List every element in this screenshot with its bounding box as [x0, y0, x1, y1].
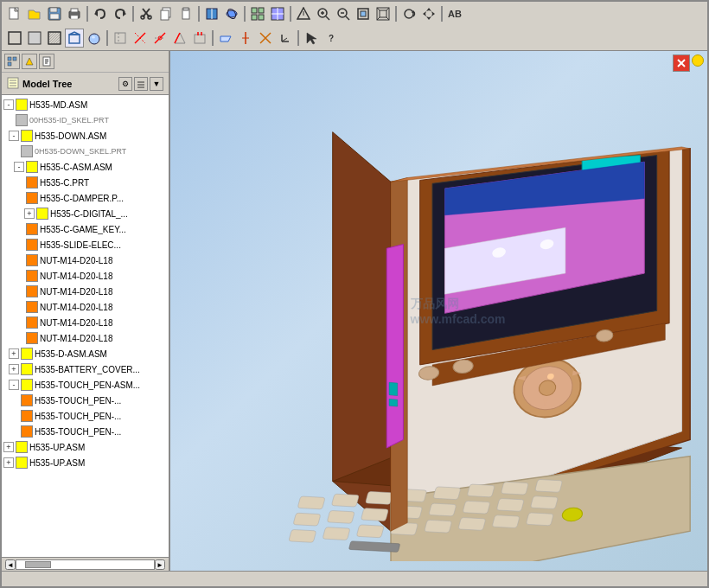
feature-btn-2[interactable]	[222, 4, 241, 23]
pin-btn[interactable]	[692, 54, 704, 67]
tree-item[interactable]: 00H535-ID_SKEL.PRT	[2, 112, 169, 128]
scroll-thumb[interactable]	[25, 561, 51, 568]
tree-label: 0H535-DOWN_SKEL.PRT	[35, 147, 126, 156]
print-button[interactable]	[65, 4, 84, 23]
tree-toggle[interactable]: -	[9, 380, 19, 390]
paste-button[interactable]	[176, 4, 195, 23]
tree-toggle[interactable]: +	[24, 208, 35, 219]
help2-btn[interactable]: ?	[322, 29, 341, 48]
tree-toggle[interactable]: +	[9, 364, 19, 374]
tree-item[interactable]: 0H535-DOWN_SKEL.PRT	[2, 144, 169, 159]
tree-item[interactable]: NUT-M14-D20-L18	[2, 284, 169, 299]
tree-label: H535-UP.ASM	[29, 458, 85, 468]
svg-rect-22	[259, 8, 264, 13]
tree-item[interactable]: + H535-UP.ASM	[2, 439, 169, 455]
orient-btn[interactable]	[294, 4, 313, 23]
undo-button[interactable]	[91, 4, 110, 23]
select-btn[interactable]	[302, 29, 321, 48]
tree-item[interactable]: H535-SLIDE-ELEC...	[2, 237, 169, 252]
tree-item[interactable]: H535-C.PRT	[2, 175, 169, 190]
tree-item[interactable]: - H535-TOUCH_PEN-ASM...	[2, 377, 169, 393]
tree-toggle[interactable]: +	[3, 457, 14, 468]
close-viewport-btn[interactable]	[673, 54, 690, 72]
spin-btn[interactable]	[399, 4, 418, 23]
shading3-btn[interactable]	[85, 29, 104, 48]
tree-toggle[interactable]: -	[9, 131, 19, 141]
app-window: AB	[0, 0, 709, 588]
sketch-tool-2[interactable]	[131, 29, 150, 48]
tree-toggle[interactable]: +	[9, 348, 19, 359]
toolbar-area: AB	[2, 2, 707, 51]
panel-settings-btn[interactable]: ⚙	[118, 77, 132, 91]
shading-btn[interactable]	[25, 29, 44, 48]
tree-item[interactable]: + H535-C-DIGITAL_...	[2, 206, 169, 221]
tree-label: NUT-M14-D20-L18	[40, 287, 112, 297]
svg-rect-23	[252, 15, 257, 20]
panel-menu-btn[interactable]: ▼	[150, 77, 163, 91]
sketch-tool-3[interactable]	[150, 29, 169, 48]
tree-item[interactable]: - H535-MD.ASM	[2, 97, 169, 112]
tree-toggle[interactable]: -	[14, 162, 24, 172]
tree-toggle[interactable]: -	[3, 99, 14, 110]
tree-item[interactable]: - H535-C-ASM.ASM	[2, 159, 169, 175]
tree-container[interactable]: - H535-MD.ASM 00H535-ID_SKEL.PRT - H535-…	[2, 95, 169, 557]
sketch-tool-4[interactable]	[170, 29, 189, 48]
pan-btn[interactable]	[419, 4, 438, 23]
sketch2-btn[interactable]	[5, 29, 24, 48]
zoom-in-btn[interactable]	[314, 4, 333, 23]
tree-item[interactable]: + H535-D-ASM.ASM	[2, 346, 169, 361]
svg-rect-119	[331, 494, 359, 507]
panel-columns-btn[interactable]	[134, 77, 148, 91]
view-btn-1[interactable]	[248, 4, 267, 23]
tree-item[interactable]: H535-TOUCH_PEN-...	[2, 393, 169, 408]
panel-icon-3[interactable]	[39, 54, 54, 69]
panel-icon-2[interactable]	[22, 54, 37, 69]
new-button[interactable]	[5, 4, 24, 23]
tree-item[interactable]: H535-TOUCH_PEN-...	[2, 424, 169, 439]
tree-item[interactable]: + H535-BATTERY_COVER...	[2, 361, 169, 377]
text-btn[interactable]: AB	[445, 4, 464, 23]
svg-line-36	[346, 16, 349, 20]
feature-btn-1[interactable]	[202, 4, 221, 23]
wireframe-btn[interactable]	[65, 29, 84, 48]
datum-plane-btn[interactable]	[216, 29, 235, 48]
scroll-left-btn[interactable]: ◄	[5, 559, 16, 570]
tree-label: H535-C.PRT	[40, 178, 89, 188]
scroll-right-btn[interactable]: ►	[155, 559, 165, 570]
toolbar-row-2: ?	[2, 26, 707, 50]
tree-item[interactable]: NUT-M14-D20-L18	[2, 268, 169, 284]
tree-item[interactable]: NUT-M14-D20-L18	[2, 252, 169, 268]
tree-item[interactable]: H535-C-GAME_KEY...	[2, 221, 169, 237]
zoom-out-btn[interactable]	[334, 4, 353, 23]
panel-icon-1[interactable]	[4, 54, 20, 69]
refit-btn[interactable]	[374, 4, 393, 23]
copy-button[interactable]	[156, 4, 176, 23]
cut-button[interactable]	[137, 4, 156, 23]
prt-icon	[26, 223, 38, 235]
tree-item[interactable]: H535-TOUCH_PEN-...	[2, 408, 169, 424]
save-button[interactable]	[45, 4, 64, 23]
svg-rect-133	[530, 496, 558, 509]
sketch-tool-5[interactable]	[190, 29, 209, 48]
tree-item[interactable]: - H535-DOWN.ASM	[2, 128, 169, 144]
view-btn-2[interactable]	[268, 4, 287, 23]
redo-button[interactable]	[111, 4, 130, 23]
shading2-btn[interactable]	[45, 29, 64, 48]
tree-item[interactable]: H535-C-DAMPER.P...	[2, 190, 169, 206]
coord-sys-btn[interactable]	[276, 29, 295, 48]
tree-item[interactable]: + H535-UP.ASM	[2, 455, 169, 470]
tree-toggle[interactable]: +	[3, 442, 14, 452]
tree-item[interactable]: NUT-M14-D20-L18	[2, 299, 169, 315]
svg-rect-118	[297, 496, 325, 509]
open-button[interactable]	[25, 4, 44, 23]
sketch-tool-1[interactable]	[111, 29, 130, 48]
datum-axis-btn[interactable]	[236, 29, 255, 48]
svg-line-33	[326, 16, 329, 20]
asm-icon	[21, 379, 33, 391]
viewport[interactable]: 万品风网 www.mfcad.com	[170, 51, 707, 571]
tree-item[interactable]: NUT-M14-D20-L18	[2, 315, 169, 330]
datum-point-btn[interactable]	[256, 29, 275, 48]
tree-item[interactable]: NUT-M14-D20-L18	[2, 330, 169, 346]
horizontal-scrollbar[interactable]	[16, 559, 155, 570]
fit-btn[interactable]	[354, 4, 373, 23]
